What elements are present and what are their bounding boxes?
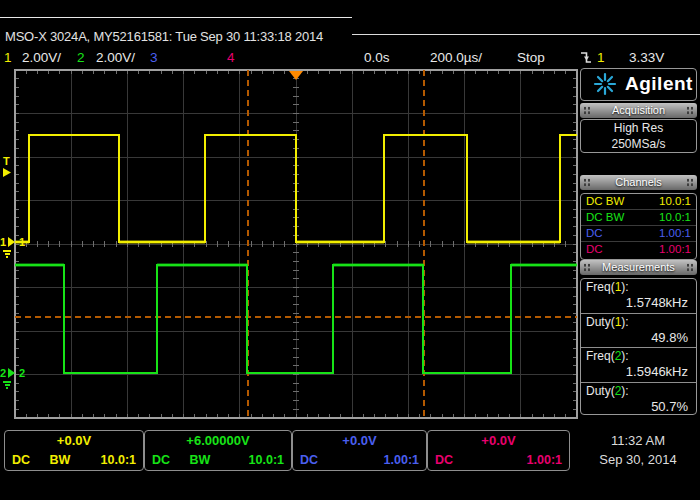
grip-dots-icon [583,263,591,272]
ch4-status-box[interactable]: +0.0V DC 1.00:1 [427,430,570,471]
channels-header[interactable]: Channels [580,175,697,190]
ch2-scale[interactable]: 2.00V/ [96,48,135,67]
ch4-coupling-label: DC [435,453,453,467]
sidebar: Agilent Acquisition High Res 250MSa/s Ch… [578,68,700,425]
acquisition-title: Acquisition [612,104,665,116]
ch4-probe-ratio: 1.00:1 [659,242,691,257]
ch3-status-box[interactable]: +0.0V DC 1.00:1 [292,430,427,471]
current-time: 11:32 AM [578,431,698,450]
scope-screen: MSO-X 3024A, MY52161581: Tue Sep 30 11:3… [0,0,700,500]
model-serial-datetime: MSO-X 3024A, MY52161581: Tue Sep 30 11:3… [5,29,323,44]
svg-text:1: 1 [19,236,25,248]
ch4-number[interactable]: 4 [227,48,235,67]
svg-text:T: T [3,155,10,167]
duty1-value: 49.8% [586,330,691,345]
status-scale-bar: 1 2.00V/ 2 2.00V/ 3 4 0.0s 200.0µs/ Stop… [0,48,700,67]
waveform-graticule: T1122 [0,68,578,425]
acquisition-mode: High Res [581,121,696,136]
brand-name: Agilent [625,73,693,95]
ch3-probe-label: 1.00:1 [384,453,419,467]
ch4-coupling: DC [586,242,603,257]
svg-text:2: 2 [0,367,6,379]
agilent-starburst-icon [593,72,617,96]
measurement-duty1: Duty(1): 49.8% [581,313,696,348]
ch1-coupling: DC BW [586,194,624,209]
grip-dots-icon [583,178,591,187]
svg-text:2: 2 [19,367,25,379]
run-state: Stop [517,48,545,67]
ch2-offset: +6.00000V [145,433,291,449]
grip-dots-icon [686,263,694,272]
trigger-level[interactable]: 3.33V [629,48,664,67]
top-separator-right [352,34,700,35]
trigger-source[interactable]: 1 [597,48,605,67]
trigger-slope-icon [580,50,592,70]
measurements-header[interactable]: Measurements [580,260,697,275]
channel-row-4: DC 1.00:1 [581,241,696,257]
measurements-title: Measurements [602,261,675,273]
ch3-probe-ratio: 1.00:1 [659,226,691,241]
freq2-value: 1.5946kHz [586,364,691,379]
grip-dots-icon [583,106,591,115]
measurement-freq1: Freq(1): 1.5748kHz [581,279,696,313]
timebase-scale[interactable]: 200.0µs/ [430,48,482,67]
ch1-probe-ratio: 10.0:1 [659,194,691,209]
measurement-duty2: Duty(2): 50.7% [581,382,696,417]
ch3-offset: +0.0V [293,433,426,449]
channel-row-2: DC BW 10.0:1 [581,209,696,225]
ch1-scale[interactable]: 2.00V/ [22,48,61,67]
brand-panel: Agilent [580,68,697,101]
horizontal-delay[interactable]: 0.0s [364,48,390,67]
acquisition-header[interactable]: Acquisition [580,103,697,118]
ch1-status-box[interactable]: +0.0V DC BW 10.0:1 [4,430,144,471]
current-date: Sep 30, 2014 [578,450,698,469]
channels-title: Channels [615,176,661,188]
svg-text:1: 1 [0,236,6,248]
duty2-value: 50.7% [586,399,691,414]
sample-rate: 250MSa/s [581,137,696,152]
top-separator-left [0,17,352,18]
channel-row-1: DC BW 10.0:1 [581,194,696,209]
ch1-number[interactable]: 1 [4,48,12,67]
ch3-coupling: DC [586,226,603,241]
ch4-offset: +0.0V [428,433,569,449]
ch3-coupling-label: DC [300,453,318,467]
ch2-probe-label: 10.0:1 [249,453,284,467]
ch1-offset: +0.0V [5,433,143,449]
ch1-probe-label: 10.0:1 [101,453,136,467]
measurement-freq2: Freq(2): 1.5946kHz [581,347,696,382]
grip-dots-icon [686,106,694,115]
ch2-coupling-label: DC [152,453,170,467]
ch2-bw-label: BW [190,453,211,467]
ch1-coupling-label: DC [12,453,30,467]
measurements-panel: Freq(1): 1.5748kHz Duty(1): 49.8% Freq(2… [580,278,697,415]
ch1-bw-label: BW [50,453,71,467]
ch2-status-box[interactable]: +6.00000V DC BW 10.0:1 [144,430,292,471]
ch4-probe-label: 1.00:1 [527,453,562,467]
grip-dots-icon [686,178,694,187]
ch2-coupling: DC BW [586,210,624,225]
acquisition-panel: High Res 250MSa/s [580,119,697,153]
ch2-probe-ratio: 10.0:1 [659,210,691,225]
clock-block: 11:32 AM Sep 30, 2014 [578,431,698,469]
channel-row-3: DC 1.00:1 [581,225,696,241]
ch2-number[interactable]: 2 [77,48,85,67]
freq1-value: 1.5748kHz [586,295,691,310]
ch3-number[interactable]: 3 [150,48,158,67]
channels-panel: DC BW 10.0:1 DC BW 10.0:1 DC 1.00:1 DC 1… [580,193,697,260]
